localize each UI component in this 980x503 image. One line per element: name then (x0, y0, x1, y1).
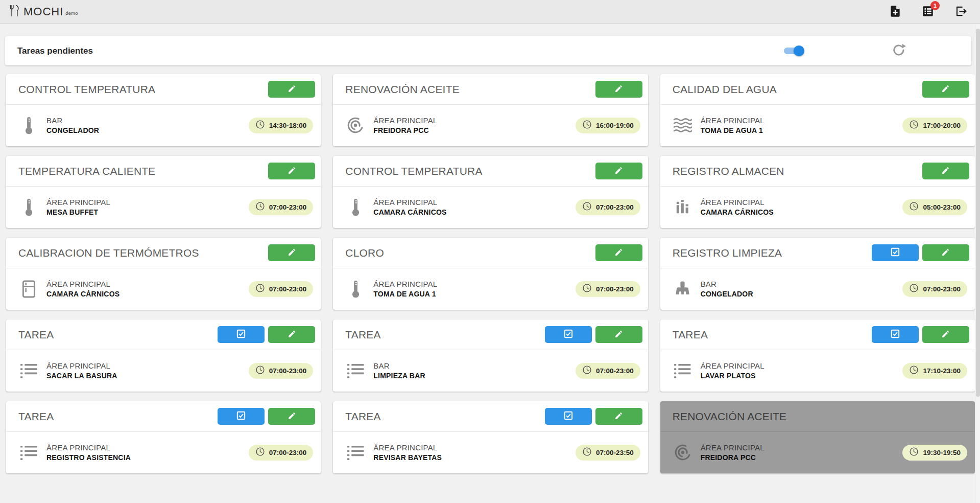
complete-task-button[interactable] (545, 408, 592, 425)
add-document-button[interactable] (888, 5, 902, 19)
clock-icon (255, 120, 265, 131)
edit-task-button[interactable] (268, 81, 315, 98)
time-badge: 07:00-23:00 (249, 281, 314, 297)
card-header: CONTROL TEMPERATURA (6, 74, 321, 105)
edit-task-button[interactable] (595, 408, 642, 425)
card-title: RENOVACIÓN ACEITE (345, 83, 595, 96)
edit-task-button[interactable] (922, 163, 969, 179)
water-waves-icon (673, 118, 693, 133)
card-header: CALIDAD DEL AGUA (660, 74, 975, 105)
card-body: BAR LIMPIEZA BAR 07:00-23:00 (333, 350, 648, 391)
edit-task-button[interactable] (595, 326, 642, 343)
time-label: 19:30-19:50 (923, 449, 961, 456)
pencil-icon (941, 330, 950, 340)
complete-task-button[interactable] (218, 408, 265, 425)
edit-task-button[interactable] (268, 244, 315, 261)
complete-task-button[interactable] (545, 326, 592, 343)
area-label: ÁREA PRINCIPAL (46, 198, 110, 207)
app-logo: MOCHI demo (8, 4, 78, 19)
edit-task-button[interactable] (922, 244, 969, 261)
pencil-icon (288, 84, 296, 95)
time-label: 14:30-18:00 (269, 122, 307, 129)
pending-tasks-toggle[interactable] (784, 45, 804, 57)
time-badge: 17:00-20:00 (902, 118, 967, 133)
task-label: TOMA DE AGUA 1 (373, 290, 437, 298)
edit-task-button[interactable] (595, 163, 642, 179)
card-body: BAR CONGELADOR 14:30-18:00 (6, 105, 321, 146)
utensils-icon (8, 4, 21, 19)
card-header: REGISTRO LIMPIEZA (660, 238, 975, 268)
time-badge: 14:30-18:00 (249, 118, 314, 133)
edit-task-button[interactable] (922, 326, 969, 343)
refresh-button[interactable] (891, 43, 906, 59)
time-label: 07:00-23:00 (269, 285, 307, 293)
card-labels: ÁREA PRINCIPAL TOMA DE AGUA 1 (701, 116, 764, 134)
time-label: 07:00-23:50 (596, 449, 634, 456)
card-actions (595, 81, 642, 98)
task-card: CONTROL TEMPERATURA BAR CONGELADOR (6, 74, 321, 146)
complete-task-button[interactable] (218, 326, 265, 343)
scrollbar[interactable] (975, 25, 980, 503)
clock-icon (909, 283, 919, 294)
task-card: RENOVACIÓN ACEITE ÁREA PRINCIPAL FREIDOR… (333, 74, 648, 146)
task-label: TOMA DE AGUA 1 (701, 126, 764, 134)
card-title: TAREA (345, 329, 544, 341)
area-label: ÁREA PRINCIPAL (46, 280, 119, 288)
card-title: TEMPERATURA CALIENTE (18, 165, 268, 177)
time-badge: 07:00-23:00 (249, 363, 314, 379)
task-label: FREIDORA PCC (373, 126, 437, 134)
card-body: ÁREA PRINCIPAL FREIDORA PCC 16:00-19:00 (333, 105, 648, 146)
card-labels: ÁREA PRINCIPAL LAVAR PLATOS (701, 361, 764, 380)
edit-task-button[interactable] (922, 81, 969, 98)
time-label: 17:10-23:00 (923, 367, 961, 375)
card-labels: BAR LIMPIEZA BAR (373, 361, 425, 380)
scrollbar-thumb[interactable] (976, 29, 980, 397)
task-label: REGISTRO ASISTENCIA (46, 453, 131, 462)
area-label: BAR (46, 116, 99, 125)
clock-icon (582, 365, 592, 376)
logout-button[interactable] (953, 5, 968, 19)
logo-text: MOCHI (23, 5, 63, 18)
cards-grid: CONTROL TEMPERATURA BAR CONGELADOR (6, 74, 975, 473)
time-label: 07:00-23:00 (269, 203, 307, 211)
clock-icon (255, 365, 265, 376)
edit-task-button[interactable] (268, 408, 315, 425)
edit-task-button[interactable] (268, 163, 315, 179)
card-labels: ÁREA PRINCIPAL TOMA DE AGUA 1 (373, 280, 437, 298)
pencil-icon (941, 166, 950, 176)
time-label: 07:00-23:00 (269, 449, 307, 456)
area-label: BAR (373, 361, 425, 370)
clock-icon (582, 120, 592, 131)
card-header: TAREA (333, 401, 648, 432)
checkbox-icon (563, 410, 573, 422)
page-title: Tareas pendientes (17, 46, 784, 56)
time-label: 17:00-20:00 (923, 122, 961, 129)
refresh-icon (891, 42, 906, 59)
app-header: MOCHI demo 1 (0, 0, 980, 24)
edit-task-button[interactable] (268, 326, 315, 343)
edit-task-button[interactable] (595, 244, 642, 261)
card-body: ÁREA PRINCIPAL FREIDORA PCC 19:30-19:50 (660, 432, 975, 473)
brush-icon (673, 281, 693, 298)
complete-task-button[interactable] (872, 326, 919, 343)
time-badge: 16:00-19:00 (576, 118, 640, 133)
clock-icon (255, 201, 265, 213)
complete-task-button[interactable] (872, 244, 919, 261)
task-card: CALIDAD DEL AGUA ÁREA PRINCIPAL TOMA DE … (660, 74, 975, 146)
card-title: REGISTRO LIMPIEZA (673, 247, 872, 259)
card-header: CLORO (333, 238, 648, 268)
card-header: CONTROL TEMPERATURA (333, 156, 648, 187)
area-label: ÁREA PRINCIPAL (46, 443, 131, 452)
task-list-icon (673, 363, 693, 378)
time-badge: 05:00-23:00 (902, 199, 967, 215)
edit-task-button[interactable] (595, 81, 642, 98)
time-label: 07:00-23:00 (596, 203, 634, 211)
pencil-icon (614, 411, 623, 422)
time-badge: 07:00-23:00 (249, 445, 314, 461)
task-label: CAMARA CÁRNICOS (46, 290, 119, 298)
task-card: TAREA (6, 319, 321, 392)
records-button[interactable]: 1 (921, 5, 935, 19)
card-title: REGISTRO ALMACEN (673, 165, 922, 177)
task-list-icon (345, 363, 366, 378)
clock-icon (909, 365, 919, 376)
